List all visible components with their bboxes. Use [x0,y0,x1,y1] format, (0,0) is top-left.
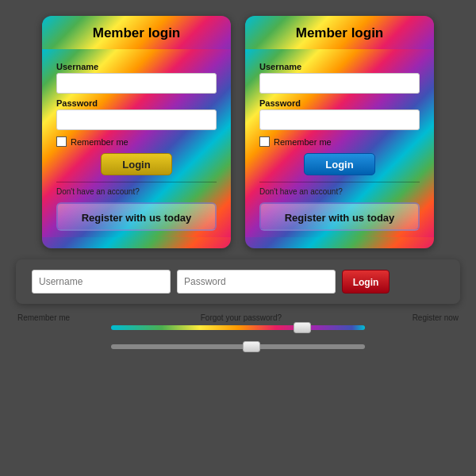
card1-username-label: Username [56,62,217,71]
card1-no-account: Don't have an account? [56,187,217,196]
bar-username-input[interactable] [32,270,171,294]
slider-1 [111,322,365,333]
card2-remember-checkbox[interactable] [259,136,270,147]
card2-username-input[interactable] [259,73,420,94]
card2-header: Member login [245,16,434,49]
horizontal-bar: Login [16,259,460,304]
card2-register-button[interactable]: Register with us today [259,202,420,231]
card1-username-input[interactable] [56,73,217,94]
card1-header: Member login [42,16,231,49]
card2-password-label: Password [259,98,420,108]
bar-login-button[interactable]: Login [342,270,390,294]
card2-remember-label: Remember me [274,137,332,147]
card1-register-button[interactable]: Register with us today [56,202,217,231]
cards-row: Member login Username Password Remember … [16,16,460,248]
slider-2 [111,341,365,352]
card1-password-input[interactable] [56,109,217,130]
card2-divider [259,182,420,182]
card2-password-input[interactable] [259,109,420,130]
card2-no-account: Don't have an account? [259,187,420,196]
card1-divider [56,182,217,182]
slider1-thumb[interactable] [294,322,311,333]
bar-register-label[interactable]: Register now [413,313,459,322]
card1-login-button[interactable]: Login [101,153,172,175]
bar-remember-label: Remember me [17,313,70,322]
bar-forgot-label[interactable]: Forgot your password? [201,313,282,322]
login-card-2: Member login Username Password Remember … [245,16,434,248]
card2-login-button[interactable]: Login [304,153,375,175]
slider1-track[interactable] [111,325,365,330]
slider2-track[interactable] [111,344,365,349]
login-card-1: Member login Username Password Remember … [42,16,231,248]
bar-password-input[interactable] [177,270,336,294]
card1-password-label: Password [56,98,217,108]
card1-remember-row: Remember me [56,136,217,147]
card2-remember-row: Remember me [259,136,420,147]
bar-below-row: Remember me Forgot your password? Regist… [16,313,460,322]
sliders-section [16,322,460,352]
slider2-thumb[interactable] [243,341,260,352]
card2-username-label: Username [259,62,420,71]
horizontal-bar-wrapper: Login Remember me Forgot your password? … [16,259,460,322]
card1-remember-label: Remember me [71,137,129,147]
card1-remember-checkbox[interactable] [56,136,67,147]
